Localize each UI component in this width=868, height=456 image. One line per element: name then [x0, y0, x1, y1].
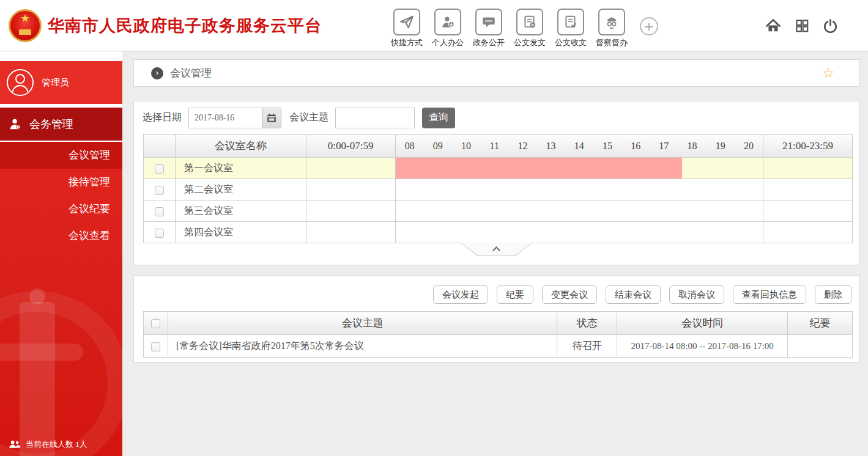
sidebar-item-reception-management[interactable]: 接待管理 [0, 169, 122, 196]
sidebar-item-meeting-management[interactable]: 会议管理 [0, 142, 122, 169]
nav-item-doc-receive[interactable]: 公文收文 [553, 9, 588, 48]
sidebar-menu: 会议管理 接待管理 会议纪要 会议查看 当前在线人数 1人 [0, 142, 122, 456]
sidebar: 管理员 会务管理 会议管理 接待管理 会议纪要 会议查看 当前 [0, 51, 122, 456]
room-name-cell: 第二会议室 [175, 179, 306, 200]
row-checkbox[interactable] [151, 342, 160, 351]
meeting-topic-cell[interactable]: [常务会议]华南省政府2017年第5次常务会议 [168, 335, 557, 358]
schedule-panel: 选择日期 会议主题 查询 会议室名称 0:00-07:59 [133, 101, 859, 265]
nav-item-gov-disclosure[interactable]: 政务公开 [471, 9, 506, 48]
row-checkbox[interactable] [155, 186, 164, 195]
schedule-collapse-button[interactable] [461, 243, 533, 256]
end-meeting-button[interactable]: 结束会议 [606, 285, 661, 304]
online-status: 当前在线人数 1人 [9, 439, 87, 450]
header-early-hours: 0:00-07:59 [306, 134, 395, 158]
room-name-cell: 第三会议室 [175, 200, 306, 222]
home-icon[interactable] [765, 17, 782, 34]
page-title-bar: › 会议管理 ☆ [133, 59, 859, 87]
hours-cell[interactable] [395, 158, 763, 179]
query-button[interactable]: 查询 [422, 108, 455, 128]
early-cell[interactable] [306, 158, 395, 179]
topic-label: 会议主题 [289, 111, 328, 124]
national-emblem-logo: ★ [9, 9, 42, 42]
meeting-row-1: [常务会议]华南省政府2017年第5次常务会议 待召开 2017-08-14 0… [144, 335, 853, 358]
avatar-icon [6, 68, 34, 97]
page-title: 会议管理 [170, 66, 212, 80]
header-room-name: 会议室名称 [175, 134, 306, 158]
late-cell[interactable] [763, 200, 853, 222]
late-cell[interactable] [763, 222, 853, 243]
row-checkbox[interactable] [155, 207, 164, 216]
hours-cell[interactable] [395, 200, 763, 222]
header-time: 会议时间 [617, 312, 788, 335]
user-block[interactable]: 管理员 [0, 61, 122, 104]
speech-bubble-icon [475, 9, 502, 35]
top-header: ★ 华南市人民政府电子政务服务云平台 快捷方式 个人办公 [0, 0, 868, 51]
apps-grid-icon[interactable] [794, 18, 810, 34]
row-checkbox[interactable] [155, 164, 164, 174]
huabiao-watermark [0, 285, 122, 456]
emblem-gate-shape [19, 29, 31, 35]
sidebar-item-meeting-view[interactable]: 会议查看 [0, 222, 122, 249]
sidebar-item-meeting-minutes[interactable]: 会议纪要 [0, 196, 122, 222]
nav-item-doc-send[interactable]: 公文发文 [512, 9, 547, 48]
early-cell[interactable] [306, 200, 395, 222]
sidebar-group-meeting-affairs[interactable]: 会务管理 [0, 108, 122, 141]
select-all-checkbox[interactable] [151, 319, 160, 328]
room-table-header-row: 会议室名称 0:00-07:59 08 09 10 11 12 13 14 15 [144, 134, 853, 158]
person-badge-icon [9, 117, 22, 131]
view-receipt-button[interactable]: 查看回执信息 [733, 285, 806, 304]
meeting-table-header-row: 会议主题 状态 会议时间 纪要 [144, 312, 853, 335]
late-cell[interactable] [763, 158, 853, 179]
header-minutes: 纪要 [788, 312, 853, 335]
room-schedule-table: 会议室名称 0:00-07:59 08 09 10 11 12 13 14 15 [143, 134, 853, 243]
header-late-hours: 21:00-23:59 [763, 134, 853, 158]
room-name-cell: 第一会议室 [175, 158, 306, 179]
date-input[interactable] [188, 108, 262, 128]
booking-bar[interactable] [396, 158, 682, 178]
cancel-meeting-button[interactable]: 取消会议 [669, 285, 724, 304]
online-count-text: 当前在线人数 1人 [26, 439, 87, 450]
header-topic: 会议主题 [168, 312, 557, 335]
nav-item-personal-office[interactable]: 个人办公 [430, 9, 466, 48]
app-title: 华南市人民政府电子政务服务云平台 [48, 15, 322, 37]
meeting-minutes-cell [788, 335, 853, 358]
chevron-up-icon [492, 246, 500, 254]
sidebar-group-label: 会务管理 [29, 117, 73, 131]
early-cell[interactable] [306, 179, 395, 200]
header-status: 状态 [557, 312, 617, 335]
nav-item-supervision[interactable]: 督察督办 [594, 9, 629, 48]
user-name: 管理员 [42, 77, 69, 89]
early-cell[interactable] [306, 222, 395, 243]
hours-cell[interactable] [395, 222, 763, 243]
plus-circle-icon[interactable]: + [640, 17, 658, 35]
nav-item-shortcut[interactable]: 快捷方式 [389, 9, 425, 48]
room-row-2: 第二会议室 [144, 179, 853, 200]
brand: ★ 华南市人民政府电子政务服务云平台 [9, 0, 322, 51]
hours-cell[interactable] [395, 179, 763, 200]
users-group-icon [9, 439, 21, 449]
initiate-meeting-button[interactable]: 会议发起 [433, 285, 488, 304]
minutes-button[interactable]: 纪要 [497, 285, 533, 304]
late-cell[interactable] [763, 179, 853, 200]
header-hour-ticks: 08 09 10 11 12 13 14 15 16 17 18 19 [395, 134, 763, 158]
app-window: ★ 华南市人民政府电子政务服务云平台 快捷方式 个人办公 [0, 0, 868, 456]
delete-button[interactable]: 删除 [815, 285, 851, 304]
main-content: › 会议管理 ☆ 选择日期 会议主题 查询 会 [122, 51, 868, 456]
header-check-cell [144, 134, 176, 158]
meeting-list-panel: 会议发起 纪要 变更会议 结束会议 取消会议 查看回执信息 删除 会议主题 状态… [133, 275, 859, 362]
police-icon [598, 9, 625, 35]
power-icon[interactable] [822, 18, 839, 34]
meeting-status-cell: 待召开 [557, 335, 617, 358]
paper-plane-icon [393, 9, 420, 35]
calendar-icon[interactable] [262, 108, 281, 128]
row-checkbox[interactable] [155, 229, 164, 238]
topic-input[interactable] [335, 108, 415, 128]
doc-check-icon [557, 9, 584, 35]
chevron-right-circle-icon: › [151, 67, 163, 79]
emblem-star-icon: ★ [10, 13, 40, 24]
favorite-star-icon[interactable]: ☆ [822, 67, 834, 80]
filter-row: 选择日期 会议主题 查询 [134, 101, 859, 134]
change-meeting-button[interactable]: 变更会议 [542, 285, 597, 304]
doc-minus-icon [516, 9, 543, 35]
room-row-1: 第一会议室 [144, 158, 853, 179]
